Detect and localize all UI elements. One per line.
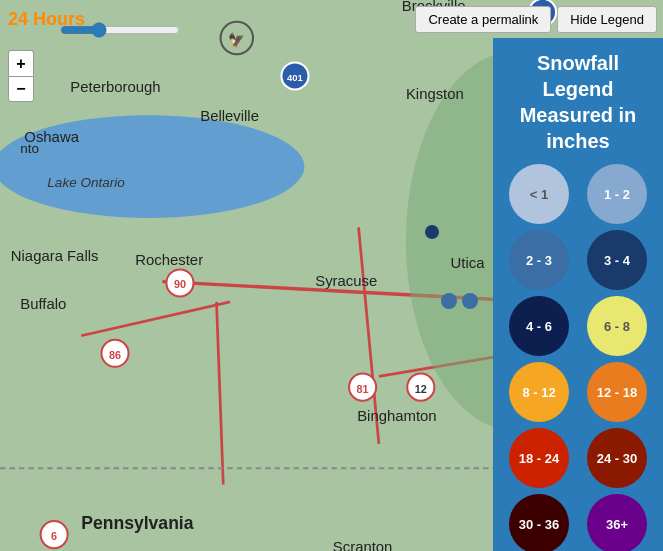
map-container: 90 81 12 17 86 6 15 80 87 11 401 Brockvi… [0,0,663,551]
legend-title: Snowfall Legend Measured in inches [493,38,663,164]
svg-text:nto: nto [20,141,39,156]
svg-text:Peterborough: Peterborough [70,79,160,95]
legend-item: 12 - 18 [581,362,653,422]
svg-text:Binghamton: Binghamton [357,408,436,424]
legend-item: < 1 [503,164,575,224]
svg-text:Lake Ontario: Lake Ontario [47,175,125,190]
svg-text:Rochester: Rochester [135,252,203,268]
svg-text:Niagara Falls: Niagara Falls [11,248,99,264]
legend-item: 24 - 30 [581,428,653,488]
legend-item: 4 - 6 [503,296,575,356]
legend-item: 8 - 12 [503,362,575,422]
svg-text:Scranton: Scranton [333,539,393,551]
legend-item: 18 - 24 [503,428,575,488]
map-point-syr1 [441,293,457,309]
svg-text:Buffalo: Buffalo [20,296,66,312]
map-point-syr2 [462,293,478,309]
time-slider[interactable] [60,22,180,42]
legend-item: 36+ [581,494,653,551]
svg-text:90: 90 [174,278,186,290]
top-bar-buttons: Create a permalink Hide Legend [415,6,663,33]
svg-text:81: 81 [357,383,369,395]
legend-item: 2 - 3 [503,230,575,290]
hide-legend-button[interactable]: Hide Legend [557,6,657,33]
svg-text:12: 12 [415,383,427,395]
permalink-button[interactable]: Create a permalink [415,6,551,33]
legend-item: 30 - 36 [503,494,575,551]
map-point-ny [425,225,439,239]
svg-text:Utica: Utica [451,255,486,271]
zoom-controls: + − [8,50,34,102]
svg-text:86: 86 [109,349,121,361]
svg-text:Syracuse: Syracuse [315,273,377,289]
svg-text:Pennsylvania: Pennsylvania [81,513,194,533]
legend-item: 3 - 4 [581,230,653,290]
legend-panel: Snowfall Legend Measured in inches < 11 … [493,38,663,551]
svg-text:Kingston: Kingston [406,86,464,102]
zoom-in-button[interactable]: + [8,50,34,76]
svg-text:Belleville: Belleville [200,108,259,124]
legend-item: 6 - 8 [581,296,653,356]
legend-grid: < 11 - 22 - 33 - 44 - 66 - 88 - 1212 - 1… [493,164,663,551]
svg-text:401: 401 [287,72,303,83]
legend-item: 1 - 2 [581,164,653,224]
svg-text:6: 6 [51,530,57,542]
zoom-out-button[interactable]: − [8,76,34,102]
